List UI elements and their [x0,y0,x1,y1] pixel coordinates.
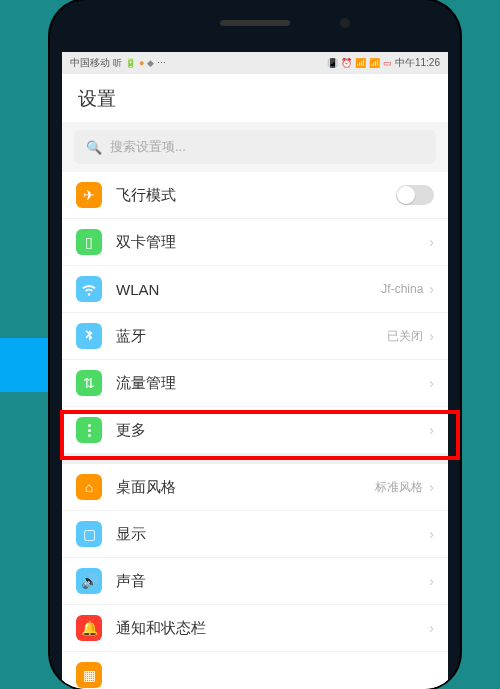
side-accent [0,338,48,392]
clock-label: 中午11:26 [395,56,440,70]
chevron-right-icon: › [429,479,434,495]
row-dual-sim[interactable]: ▯ 双卡管理 › [62,219,448,266]
row-airplane-mode[interactable]: ✈ 飞行模式 [62,172,448,219]
row-wlan[interactable]: WLAN Jf-china › [62,266,448,313]
chevron-right-icon: › [429,234,434,250]
battery-icon: ▭ [383,58,392,68]
search-placeholder: 搜索设置项... [110,138,186,156]
bell-icon: 🔔 [76,615,102,641]
row-label: 通知和状态栏 [116,619,429,638]
page-header: 设置 [62,74,448,122]
airplane-toggle[interactable] [396,185,434,205]
row-label: 更多 [116,421,429,440]
chevron-right-icon: › [429,620,434,636]
row-label: 双卡管理 [116,233,429,252]
status-app-icon: 听 [113,57,122,70]
status-dot-icon: ● [139,58,144,68]
phone-frame: 中国移动 听 🔋 ● ◆ ⋯ 📳 ⏰ 📶 📶 ▭ 中午11:26 设置 🔍 搜索… [50,0,460,689]
signal-icon: 📶 [369,58,380,68]
bluetooth-icon [76,323,102,349]
speaker-slot [220,20,290,26]
alarm-icon: ⏰ [341,58,352,68]
group-divider [62,454,448,464]
status-dot2-icon: ◆ [147,58,154,68]
app-icon: ▦ [76,662,102,688]
page-title: 设置 [78,86,432,112]
row-notifications[interactable]: 🔔 通知和状态栏 › [62,605,448,652]
row-label: 桌面风格 [116,478,375,497]
search-input[interactable]: 🔍 搜索设置项... [74,130,436,164]
row-label: 显示 [116,525,429,544]
row-value: 已关闭 [387,328,423,345]
chevron-right-icon: › [429,375,434,391]
row-label: WLAN [116,281,381,298]
chevron-right-icon: › [429,281,434,297]
row-data-usage[interactable]: ⇅ 流量管理 › [62,360,448,407]
row-partial[interactable]: ▦ [62,652,448,689]
sim-icon: ▯ [76,229,102,255]
row-more[interactable]: 更多 › [62,407,448,454]
airplane-icon: ✈ [76,182,102,208]
row-label: 蓝牙 [116,327,387,346]
row-bluetooth[interactable]: 蓝牙 已关闭 › [62,313,448,360]
front-camera [340,18,350,28]
chevron-right-icon: › [429,422,434,438]
row-label: 声音 [116,572,429,591]
status-bar: 中国移动 听 🔋 ● ◆ ⋯ 📳 ⏰ 📶 📶 ▭ 中午11:26 [62,52,448,74]
search-icon: 🔍 [86,140,102,155]
status-battery-small-icon: 🔋 [125,58,136,68]
screen: 中国移动 听 🔋 ● ◆ ⋯ 📳 ⏰ 📶 📶 ▭ 中午11:26 设置 🔍 搜索… [62,52,448,689]
wifi-icon: 📶 [355,58,366,68]
wifi-row-icon [76,276,102,302]
settings-list: ✈ 飞行模式 ▯ 双卡管理 › WLAN Jf-china › [62,172,448,689]
chevron-right-icon: › [429,328,434,344]
row-sound[interactable]: 🔊 声音 › [62,558,448,605]
data-icon: ⇅ [76,370,102,396]
row-label: 飞行模式 [116,186,396,205]
vibrate-icon: 📳 [327,58,338,68]
status-more-icon: ⋯ [157,58,166,68]
more-icon [76,417,102,443]
row-value: Jf-china [381,282,423,296]
row-display[interactable]: ▢ 显示 › [62,511,448,558]
carrier-label: 中国移动 [70,56,110,70]
row-label: 流量管理 [116,374,429,393]
chevron-right-icon: › [429,573,434,589]
chevron-right-icon: › [429,526,434,542]
desktop-icon: ⌂ [76,474,102,500]
sound-icon: 🔊 [76,568,102,594]
display-icon: ▢ [76,521,102,547]
row-value: 标准风格 [375,479,423,496]
row-desktop-style[interactable]: ⌂ 桌面风格 标准风格 › [62,464,448,511]
